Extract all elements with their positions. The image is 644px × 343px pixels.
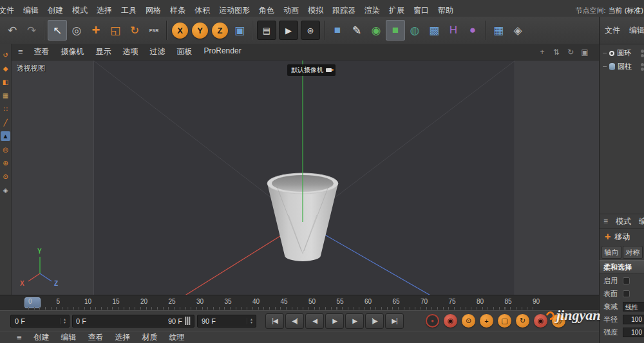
attributes-menu-mode[interactable]: 模式 [616, 216, 631, 227]
attribute-value[interactable]: 100 [623, 315, 644, 324]
model-mode-button[interactable]: ◆ [1, 64, 10, 73]
array-instance-button[interactable]: ▩ [424, 20, 444, 41]
record-scale-button[interactable]: ▢ [498, 314, 511, 328]
goto-start-button[interactable]: |◀ [265, 313, 284, 329]
preview-range-slider[interactable]: 0 F 90 F [72, 315, 194, 328]
menu-item[interactable]: 窗口 [409, 5, 433, 16]
scale-tool[interactable]: ◱ [106, 20, 125, 41]
viewport-filter-button[interactable]: ⊙ [1, 172, 10, 181]
menu-item[interactable]: 编辑 [19, 5, 43, 16]
keyframe-selection-button[interactable]: ⊙ [462, 314, 475, 328]
goto-next-key-button[interactable]: |▶ [365, 313, 384, 329]
end-frame-field[interactable]: 90 F ▴▾ [197, 315, 256, 328]
viewport-menu-item[interactable]: 摄像机 [55, 46, 90, 57]
attribute-value[interactable]: 线性 [623, 302, 644, 311]
menu-item[interactable]: 角色 [254, 5, 279, 16]
render-settings-button[interactable]: ⊛ [301, 21, 320, 40]
camera-label[interactable]: 默认摄像机 [287, 64, 336, 76]
attributes-menu-edit[interactable]: 编辑 [639, 216, 644, 227]
visibility-dots-icon[interactable] [641, 50, 644, 57]
materials-menu-item[interactable]: 创建 [28, 332, 55, 343]
record-position-button[interactable]: + [480, 314, 493, 328]
rotate-tool[interactable]: ↻ [125, 20, 144, 41]
materials-menu-item[interactable]: 纹理 [164, 332, 191, 343]
redo-button[interactable]: ↷ [22, 20, 41, 41]
menu-item[interactable]: 创建 [43, 5, 68, 16]
snap-toggle-button[interactable]: ◈ [1, 185, 10, 195]
materials-menu-item[interactable]: 材质 [137, 332, 164, 343]
node-space-indicator[interactable]: 节点空间: 当前 (标准) [576, 6, 644, 15]
texture-mode-button[interactable]: ◧ [1, 77, 10, 87]
start-frame-field[interactable]: 0 F ▴▾ [10, 315, 70, 328]
workplane-mode-button[interactable]: ▦ [1, 91, 10, 100]
spinner-arrows-icon[interactable]: ▴▾ [247, 318, 256, 324]
viewport-menu-item[interactable]: ProRender [198, 46, 247, 57]
materials-menu-item[interactable]: 编辑 [55, 332, 82, 343]
menu-item[interactable]: 样条 [166, 5, 190, 16]
tweak-mode-button[interactable]: ◎ [1, 145, 10, 154]
materials-menu-item[interactable]: 选择 [109, 332, 137, 343]
points-mode-button[interactable]: ∷ [1, 104, 10, 114]
menu-item[interactable]: 工具 [117, 5, 141, 16]
viewport-menu-item[interactable]: 选项 [117, 46, 144, 57]
autokeying-button[interactable]: ◉ [444, 314, 457, 328]
make-editable-button[interactable]: ↺ [1, 50, 10, 60]
last-used-tool-psr[interactable]: PSR [144, 20, 164, 41]
lock-z-axis-button[interactable]: Z [212, 23, 228, 39]
attribute-value[interactable] [623, 277, 630, 284]
menu-item[interactable]: 模拟 [303, 5, 328, 16]
spline-pen-button[interactable]: ✎ [347, 20, 366, 41]
volume-builder-button[interactable]: ◍ [405, 20, 424, 41]
symmetry-button[interactable]: H [444, 20, 463, 41]
menu-item[interactable]: 网格 [141, 5, 166, 16]
polygons-mode-button[interactable]: ▲ [1, 131, 10, 141]
record-keyframe-button[interactable]: ● [426, 314, 439, 328]
toggle-view-icon[interactable]: ▣ [580, 47, 590, 57]
subdivision-surface-button[interactable]: ◉ [366, 20, 386, 41]
record-rotation-button[interactable]: ↻ [516, 314, 529, 328]
menu-item[interactable]: 动画 [279, 5, 303, 16]
object-row[interactable]: 圆环 [600, 46, 644, 60]
goto-end-button[interactable]: ▶| [385, 313, 404, 329]
render-to-picture-viewer-button[interactable]: ▶ [279, 21, 298, 40]
add-primitive-cube-button[interactable]: ■ [328, 20, 347, 41]
move-tool[interactable]: + [86, 20, 106, 41]
viewport-menu-item[interactable]: 显示 [90, 46, 117, 57]
enable-axis-button[interactable]: ⊕ [1, 158, 10, 168]
viewport-menu-item[interactable]: 面板 [171, 46, 198, 57]
menu-item[interactable]: 扩展 [384, 5, 409, 16]
object-manager-menu-item[interactable]: 文件 [605, 25, 620, 36]
soft-selection-section-header[interactable]: 柔和选择 [600, 260, 644, 274]
attributes-burger-icon[interactable]: ≡ [603, 217, 608, 226]
render-view-button[interactable]: ▤ [257, 21, 276, 40]
viewport-menu-item[interactable]: 查看 [28, 46, 55, 57]
range-drag-handle-icon[interactable] [185, 317, 191, 325]
metaball-button[interactable]: ● [463, 20, 482, 41]
materials-menu-item[interactable]: 查看 [82, 332, 109, 343]
materials-burger-icon[interactable]: ≡ [17, 333, 28, 342]
menu-item[interactable]: 渲染 [360, 5, 384, 16]
edges-mode-button[interactable]: ╱ [1, 118, 10, 127]
menu-item[interactable]: 体积 [190, 5, 214, 16]
menu-item[interactable]: 运动图形 [214, 5, 254, 16]
object-icon[interactable] [609, 63, 615, 70]
viewport-menu-item[interactable]: 过滤 [144, 46, 171, 57]
attribute-tab[interactable]: 对称 [623, 246, 643, 259]
attribute-tab[interactable]: 轴向 [601, 246, 621, 259]
perspective-viewport[interactable]: Y X Z 透视视图 默认摄像机 [12, 60, 599, 295]
generator-cube-button[interactable]: ■ [386, 20, 405, 41]
workplane-button[interactable]: ▦ [489, 20, 508, 41]
timeline-ruler[interactable]: 051015202530354045505560657075808590 [0, 295, 599, 311]
attribute-value[interactable] [623, 290, 630, 297]
record-parameter-button[interactable]: ◉ [534, 314, 547, 328]
menu-item[interactable]: 跟踪器 [328, 5, 360, 16]
play-button[interactable]: ▶ [325, 313, 344, 329]
undo-button[interactable]: ↶ [3, 20, 22, 41]
coordinate-system-toggle[interactable]: ▣ [230, 20, 249, 41]
lock-x-axis-button[interactable]: X [172, 23, 188, 39]
lock-y-axis-button[interactable]: Y [192, 23, 208, 39]
menu-item[interactable]: 文件 [0, 5, 19, 16]
object-icon[interactable] [609, 51, 614, 56]
attribute-value[interactable]: 100 [623, 328, 644, 337]
menu-item[interactable]: 选择 [92, 5, 117, 16]
